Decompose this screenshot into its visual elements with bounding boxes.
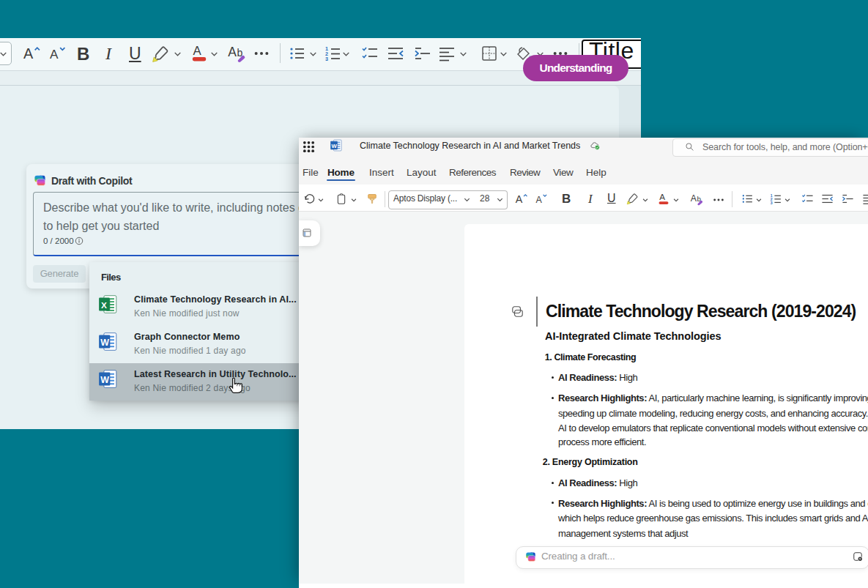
svg-text:A: A: [536, 195, 543, 205]
svg-text:A: A: [23, 45, 34, 62]
svg-text:A: A: [50, 47, 59, 62]
svg-text:A: A: [516, 193, 523, 205]
